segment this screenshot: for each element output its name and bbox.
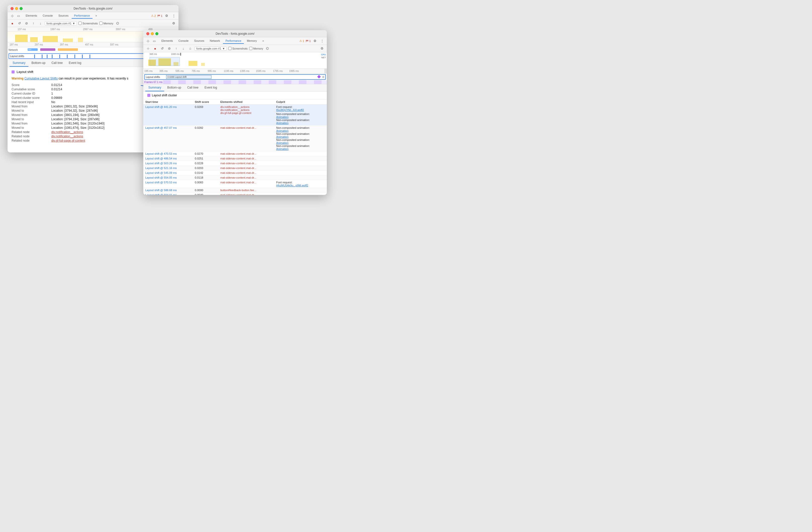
front-more-icon[interactable]: ⋮ [319, 38, 325, 44]
front-inspect-mode[interactable]: ⊹ [145, 46, 151, 51]
front-tab-network[interactable]: Network [207, 38, 222, 44]
front-tab-event-log[interactable]: Event log [201, 84, 220, 91]
screenshots-checkbox[interactable]: Screenshots [78, 22, 98, 25]
tab-performance[interactable]: Performance [72, 13, 92, 19]
front-layout-shifts-track[interactable]: Layout shifts 0.0269 Layout shift [144, 74, 326, 80]
table-row[interactable]: Layout shift @ 486.54 ms 0.0251 mat-side… [143, 156, 327, 161]
tab-console[interactable]: Console [40, 13, 55, 19]
anim-457-2[interactable]: Animation [276, 135, 289, 138]
front-tab-more[interactable]: » [260, 38, 266, 44]
front-minimize-button[interactable] [151, 32, 154, 35]
domain-dropdown[interactable]: ▼ [72, 22, 75, 25]
memory-checkbox[interactable]: Memory [99, 22, 113, 25]
ls-link-604[interactable]: Layout shift @ 604.01 ms [145, 193, 177, 195]
front-tab-elements[interactable]: Elements [159, 38, 175, 44]
front-close-button[interactable] [146, 32, 149, 35]
table-row[interactable]: Layout shift @ 470.53 ms 0.0270 mat-side… [143, 151, 327, 156]
table-row[interactable]: Layout shift @ 588.68 ms 0.0000 button#f… [143, 188, 327, 193]
settings-icon[interactable]: ⚙ [164, 13, 170, 19]
front-settings-icon-2[interactable]: ⚙ [319, 46, 325, 51]
close-button[interactable] [11, 7, 14, 10]
tab-more[interactable]: » [93, 13, 100, 19]
front-tab-summary[interactable]: Summary [145, 84, 164, 91]
front-tab-console[interactable]: Console [176, 38, 191, 44]
table-row[interactable]: Layout shift @ 545.09 ms 0.0142 mat-side… [143, 170, 327, 175]
anim-457-3[interactable]: Animation [276, 141, 289, 144]
upload-icon[interactable]: ↑ [31, 20, 36, 26]
device-icon[interactable]: ▭ [16, 13, 21, 19]
ls-link-570[interactable]: Layout shift @ 570.53 ms [145, 181, 177, 184]
front-screenshots-checkbox[interactable]: Screenshots [228, 47, 248, 50]
ls-link-486[interactable]: Layout shift @ 486.54 ms [145, 157, 177, 160]
culprit-link-1[interactable]: t5sJlIQcYNI...IUI.woff2 [276, 108, 304, 111]
more-icon[interactable]: ⋮ [171, 13, 176, 19]
ls-link-457[interactable]: Layout shift @ 457.07 ms [145, 126, 177, 129]
ls-bar-9 [89, 55, 90, 58]
related-node3-link[interactable]: div.gf-full-page.gf-content [51, 139, 85, 142]
network-throttle-icon[interactable]: ⌬ [115, 20, 120, 26]
tab-call-tree[interactable]: Call tree [48, 60, 66, 67]
inspect-icon[interactable]: ⊹ [10, 13, 15, 19]
reload-icon[interactable]: ↺ [17, 20, 22, 26]
score-554: 0.0118 [193, 175, 218, 180]
scrollbar-thumb[interactable] [324, 69, 327, 73]
front-clear-icon[interactable]: ⊘ [166, 46, 172, 51]
front-tab-memory[interactable]: Memory [244, 38, 259, 44]
front-maximize-button[interactable] [155, 32, 158, 35]
culprit-503 [274, 161, 327, 166]
table-row[interactable]: Layout shift @ 457.07 ms 0.0282 mat-side… [143, 126, 327, 151]
ls-link-545[interactable]: Layout shift @ 545.09 ms [145, 171, 177, 174]
front-upload-icon[interactable]: ↑ [173, 46, 179, 51]
table-row[interactable]: Layout shift @ 604.01 ms 0.0049 mat-side… [143, 193, 327, 195]
front-record-icon[interactable]: ● [153, 46, 158, 51]
table-row[interactable]: Layout shift @ 554.05 ms 0.0118 mat-side… [143, 175, 327, 180]
table-row[interactable]: Layout shift @ 441.20 ms 0.0269 div.noti… [143, 104, 327, 126]
front-ms-1795: 1795 ms [273, 70, 282, 72]
ls-link-441[interactable]: Layout shift @ 441.20 ms [145, 106, 177, 108]
maximize-button[interactable] [19, 7, 23, 10]
tab-event-log[interactable]: Event log [66, 60, 84, 67]
front-settings-icon[interactable]: ⚙ [312, 38, 318, 44]
front-tab-call-tree[interactable]: Call tree [184, 84, 202, 91]
download-icon[interactable]: ↓ [38, 20, 43, 26]
tab-sources[interactable]: Sources [56, 13, 71, 19]
tab-summary[interactable]: Summary [10, 60, 28, 67]
ls-link-554[interactable]: Layout shift @ 554.05 ms [145, 176, 177, 179]
net-label: NET [321, 56, 326, 59]
ls-link-588[interactable]: Layout shift @ 588.68 ms [145, 188, 177, 192]
domain-pill[interactable]: fonts.google.com #1 ▼ [45, 22, 77, 25]
front-home-icon[interactable]: ⌂ [188, 46, 193, 51]
front-network-throttle-icon[interactable]: ⌬ [265, 46, 270, 51]
clear-icon[interactable]: ⊘ [24, 20, 29, 26]
front-download-icon[interactable]: ↓ [180, 46, 186, 51]
front-timeline-overview[interactable]: CPU NET 995 ms 1995 ms ▌ [143, 52, 327, 69]
settings-icon-2[interactable]: ⚙ [171, 20, 176, 26]
related-node2-link[interactable]: div.notification__actions [51, 135, 83, 138]
ls-link-470[interactable]: Layout shift @ 470.53 ms [145, 152, 177, 155]
tab-bottom-up[interactable]: Bottom-up [28, 60, 48, 67]
animation-link-2[interactable]: Animation [276, 122, 289, 125]
front-memory-checkbox[interactable]: Memory [249, 47, 263, 50]
table-row[interactable]: Layout shift @ 570.53 ms 0.0083 mat-side… [143, 180, 327, 188]
front-device-icon[interactable]: ▭ [151, 38, 157, 44]
minimize-button[interactable] [15, 7, 18, 10]
front-tab-performance[interactable]: Performance [223, 38, 244, 44]
table-row[interactable]: Layout shift @ 521.16 ms 0.0203 mat-side… [143, 166, 327, 170]
front-inspect-icon[interactable]: ⊹ [145, 38, 151, 44]
related-node1-link[interactable]: div.notification__actions [51, 130, 83, 134]
tab-elements[interactable]: Elements [23, 13, 40, 19]
anim-457-1[interactable]: Animation [276, 129, 289, 132]
cumulative-layout-shifts-link[interactable]: Cumulative Layout Shifts [24, 77, 58, 80]
front-reload-icon[interactable]: ↺ [159, 46, 165, 51]
record-icon[interactable]: ● [10, 20, 15, 26]
ls-link-521[interactable]: Layout shift @ 521.16 ms [145, 167, 177, 169]
table-row[interactable]: Layout shift @ 503.26 ms 0.0228 mat-side… [143, 161, 327, 166]
front-tab-sources[interactable]: Sources [191, 38, 207, 44]
front-domain-dropdown[interactable]: ▼ [222, 47, 225, 50]
front-domain-pill[interactable]: fonts.google.com #1 ▼ [194, 46, 227, 51]
font-link-570[interactable]: HhzMU5Ak9u...p9M.woff2 [276, 184, 308, 187]
anim-457-4[interactable]: Animation [276, 148, 289, 151]
ls-link-503[interactable]: Layout shift @ 503.26 ms [145, 162, 177, 165]
animation-link-1[interactable]: Animation [276, 115, 289, 118]
front-tab-bottom-up[interactable]: Bottom-up [164, 84, 184, 91]
